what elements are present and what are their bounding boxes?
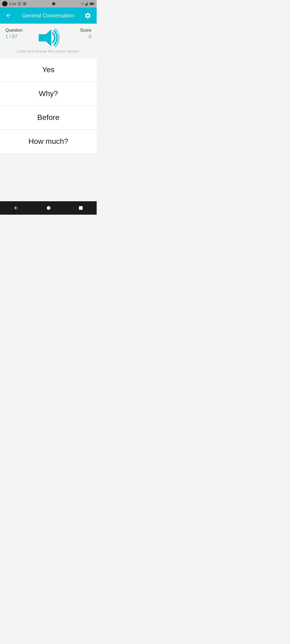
status-time: 2:14 — [9, 2, 16, 6]
svg-rect-3 — [24, 3, 26, 5]
svg-rect-12 — [90, 3, 93, 5]
settings-button[interactable] — [83, 11, 92, 20]
signal-icon — [85, 2, 89, 6]
wifi-icon — [81, 2, 84, 6]
options-container: Yes Why? Before How much? — [0, 58, 97, 201]
nav-home-button[interactable] — [41, 203, 57, 213]
svg-rect-16 — [79, 206, 83, 210]
svg-rect-6 — [53, 4, 55, 5]
svg-rect-10 — [88, 2, 88, 6]
app-bar-title: General Conversation — [13, 13, 83, 19]
svg-rect-8 — [86, 3, 86, 6]
nav-recent-icon — [78, 206, 83, 210]
score-value: 0 — [89, 34, 91, 39]
battery-icon — [90, 2, 95, 6]
speaker-icon[interactable] — [36, 26, 60, 50]
option-yes[interactable]: Yes — [0, 58, 97, 82]
status-circle-icon — [2, 1, 8, 6]
option-how-much[interactable]: How much? — [0, 129, 97, 153]
back-arrow-icon — [5, 12, 12, 19]
quiz-header: Question 1 / 67 Score 0 — [0, 24, 97, 42]
app-bar: General Conversation — [0, 8, 97, 24]
svg-rect-7 — [85, 4, 86, 6]
nav-recent-button[interactable] — [73, 203, 89, 213]
svg-marker-14 — [39, 30, 51, 46]
sim-icon — [23, 2, 27, 6]
option-before[interactable]: Before — [0, 105, 97, 129]
nav-bar — [0, 201, 97, 215]
question-label: Question — [5, 28, 23, 33]
status-center — [51, 1, 56, 6]
status-right — [81, 2, 95, 6]
gear-icon — [84, 12, 91, 19]
location-icon — [51, 1, 56, 6]
question-count: 1 / 67 — [5, 34, 17, 39]
nav-home-icon — [46, 205, 51, 211]
option-why[interactable]: Why? — [0, 82, 97, 105]
back-button[interactable] — [4, 11, 13, 20]
svg-point-1 — [19, 3, 20, 4]
score-label: Score — [80, 28, 91, 33]
svg-point-15 — [47, 206, 50, 210]
main-content: Question 1 / 67 Score 0 Listen and choos… — [0, 24, 97, 201]
score-block: Score 0 — [80, 28, 91, 39]
svg-rect-13 — [94, 3, 95, 4]
nav-back-button[interactable] — [8, 203, 24, 213]
svg-rect-9 — [87, 3, 87, 6]
question-block: Question 1 / 67 — [5, 28, 23, 39]
status-bar: 2:14 — [0, 0, 97, 8]
nav-back-icon — [13, 205, 19, 211]
timer-icon — [17, 2, 21, 6]
status-left: 2:14 — [2, 1, 27, 6]
speaker-container[interactable] — [36, 26, 60, 50]
